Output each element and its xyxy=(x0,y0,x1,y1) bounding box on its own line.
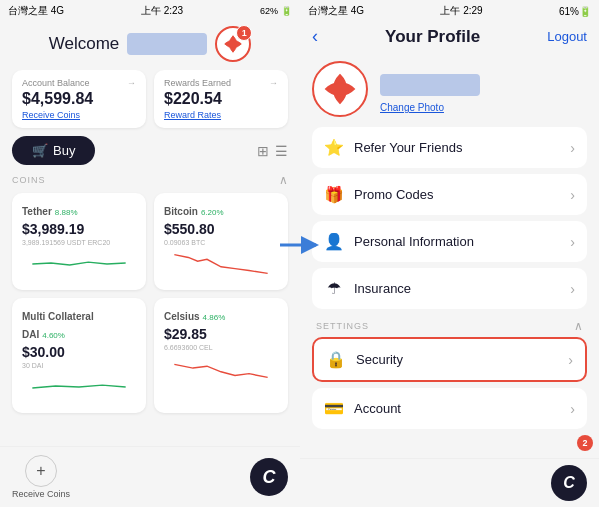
grid-view-icon[interactable]: ⊞ xyxy=(257,143,269,159)
balance-card[interactable]: Account Balance → $4,599.84 Receive Coin… xyxy=(12,70,146,128)
coin-card-celsius[interactable]: Celsius4.86% $29.85 6.6693600 CEL xyxy=(154,298,288,413)
refer-chevron-icon: › xyxy=(570,140,575,156)
profile-avatar xyxy=(312,61,368,117)
right-header: ‹ Your Profile Logout xyxy=(300,20,599,55)
coin-price-tether: $3,989.19 xyxy=(22,221,136,237)
rewards-card[interactable]: Rewards Earned → $220.54 Reward Rates xyxy=(154,70,288,128)
menu-item-promo[interactable]: 🎁 Promo Codes › xyxy=(312,174,587,215)
coin-change-tether: 8.88% xyxy=(55,208,78,217)
back-button[interactable]: ‹ xyxy=(312,26,318,47)
receive-coins-button[interactable]: + Receive Coins xyxy=(12,455,70,499)
star-icon: ⭐ xyxy=(324,138,344,157)
rewards-amount: $220.54 xyxy=(164,90,278,108)
coin-name-tether: Tether xyxy=(22,206,52,217)
profile-info: Change Photo xyxy=(300,55,599,127)
coin-sub-tether: 3,989.191569 USDT ERC20 xyxy=(22,239,136,246)
celsius-logo-right[interactable]: C xyxy=(551,465,587,501)
carrier-left: 台灣之星 4G xyxy=(8,4,64,18)
promo-label: Promo Codes xyxy=(354,187,433,202)
avatar-icon[interactable]: 1 xyxy=(215,26,251,62)
coins-header: COINS ∧ xyxy=(12,173,288,187)
receive-coins-link[interactable]: Receive Coins xyxy=(22,110,136,120)
coin-sub-dai: 30 DAI xyxy=(22,362,136,369)
time-right: 上午 2:29 xyxy=(440,4,482,18)
promo-chevron-icon: › xyxy=(570,187,575,203)
menu-item-refer[interactable]: ⭐ Refer Your Friends › xyxy=(312,127,587,168)
menu-list: ⭐ Refer Your Friends › 🎁 Promo Codes › 👤… xyxy=(300,127,599,458)
welcome-name-box xyxy=(127,33,207,55)
card-icon: 💳 xyxy=(324,399,344,418)
buy-button[interactable]: 🛒 Buy xyxy=(12,136,95,165)
time-left: 上午 2:23 xyxy=(141,4,183,18)
coins-chevron[interactable]: ∧ xyxy=(279,173,288,187)
change-photo-link[interactable]: Change Photo xyxy=(380,102,480,113)
settings-header: SETTINGS ∧ xyxy=(312,315,587,337)
status-bar-left: 台灣之星 4G 上午 2:23 62%🔋 xyxy=(0,0,300,20)
menu-item-insurance[interactable]: ☂ Insurance › xyxy=(312,268,587,309)
coin-change-dai: 4.60% xyxy=(42,331,65,340)
buy-label: Buy xyxy=(53,143,75,158)
balance-row: Account Balance → $4,599.84 Receive Coin… xyxy=(0,70,300,136)
annotation-badge-2: 2 xyxy=(577,435,593,451)
sparkline-dai xyxy=(22,373,136,401)
right-panel: 台灣之星 4G 上午 2:29 61%🔋 ‹ Your Profile Logo… xyxy=(300,0,599,507)
menu-item-security[interactable]: 🔒 Security › xyxy=(312,337,587,382)
insurance-label: Insurance xyxy=(354,281,411,296)
umbrella-icon: ☂ xyxy=(324,279,344,298)
list-view-icon[interactable]: ☰ xyxy=(275,143,288,159)
settings-chevron-icon[interactable]: ∧ xyxy=(574,319,583,333)
sparkline-bitcoin xyxy=(164,250,278,278)
coin-sub-bitcoin: 0.09063 BTC xyxy=(164,239,278,246)
page-title: Your Profile xyxy=(385,27,480,47)
insurance-chevron-icon: › xyxy=(570,281,575,297)
coin-sub-celsius: 6.6693600 CEL xyxy=(164,344,278,351)
coin-card-dai[interactable]: Multi Collateral DAI4.60% $30.00 30 DAI xyxy=(12,298,146,413)
coin-card-tether[interactable]: Tether8.88% $3,989.19 3,989.191569 USDT … xyxy=(12,193,146,290)
menu-item-account[interactable]: 💳 Account › xyxy=(312,388,587,429)
buy-row: 🛒 Buy ⊞ ☰ xyxy=(0,136,300,173)
personal-chevron-icon: › xyxy=(570,234,575,250)
coins-label: COINS xyxy=(12,175,46,185)
transition-arrow xyxy=(278,235,322,259)
account-chevron-icon: › xyxy=(570,401,575,417)
receive-circle-icon: + xyxy=(25,455,57,487)
coin-change-bitcoin: 6.20% xyxy=(201,208,224,217)
receive-coins-label: Receive Coins xyxy=(12,489,70,499)
coins-grid: Tether8.88% $3,989.19 3,989.191569 USDT … xyxy=(12,193,288,413)
coin-price-celsius: $29.85 xyxy=(164,326,278,342)
security-chevron-icon: › xyxy=(568,352,573,368)
logout-button[interactable]: Logout xyxy=(547,29,587,44)
reward-rates-link[interactable]: Reward Rates xyxy=(164,110,278,120)
refer-label: Refer Your Friends xyxy=(354,140,462,155)
celsius-logo-left[interactable]: C xyxy=(250,458,288,496)
status-bar-right: 台灣之星 4G 上午 2:29 61%🔋 xyxy=(300,0,599,20)
coin-change-celsius: 4.86% xyxy=(203,313,226,322)
left-footer: + Receive Coins C xyxy=(0,446,300,507)
coin-card-bitcoin[interactable]: Bitcoin6.20% $550.80 0.09063 BTC xyxy=(154,193,288,290)
personal-label: Personal Information xyxy=(354,234,474,249)
menu-item-personal[interactable]: 👤 Personal Information › xyxy=(312,221,587,262)
buy-icon: 🛒 xyxy=(32,143,48,158)
profile-name-area: Change Photo xyxy=(380,74,480,117)
person-icon: 👤 xyxy=(324,232,344,251)
coin-price-dai: $30.00 xyxy=(22,344,136,360)
carrier-right: 台灣之星 4G xyxy=(308,4,364,18)
coin-name-celsius: Celsius xyxy=(164,311,200,322)
coin-name-bitcoin: Bitcoin xyxy=(164,206,198,217)
coin-price-bitcoin: $550.80 xyxy=(164,221,278,237)
gift-icon: 🎁 xyxy=(324,185,344,204)
welcome-label: Welcome xyxy=(49,34,120,54)
notification-badge: 1 xyxy=(236,25,252,41)
left-header: Welcome 1 xyxy=(0,20,300,70)
left-panel: 台灣之星 4G 上午 2:23 62%🔋 Welcome 1 Account B… xyxy=(0,0,300,507)
battery-right: 61%🔋 xyxy=(559,6,591,17)
sparkline-tether xyxy=(22,250,136,278)
right-footer: C xyxy=(300,458,599,507)
sparkline-celsius xyxy=(164,355,278,383)
coins-section: COINS ∧ Tether8.88% $3,989.19 3,989.1915… xyxy=(0,173,300,446)
profile-name-box xyxy=(380,74,480,96)
security-label: Security xyxy=(356,352,403,367)
balance-amount: $4,599.84 xyxy=(22,90,136,108)
rewards-label: Rewards Earned → xyxy=(164,78,278,88)
account-label: Account xyxy=(354,401,401,416)
